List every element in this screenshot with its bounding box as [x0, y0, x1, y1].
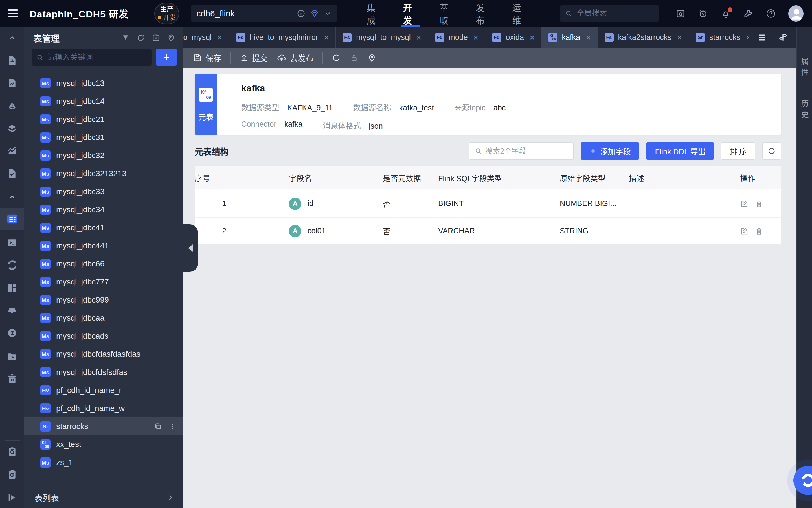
- add-table-button[interactable]: [156, 49, 177, 66]
- calendar-search-icon[interactable]: [675, 8, 686, 18]
- close-icon[interactable]: ×: [530, 33, 535, 42]
- info-icon[interactable]: [297, 9, 305, 18]
- close-icon[interactable]: ×: [473, 33, 479, 42]
- delete-icon[interactable]: [755, 227, 763, 236]
- list-icon[interactable]: [758, 33, 768, 43]
- table-list-item[interactable]: Ms mysql_jdbcaa: [24, 309, 183, 327]
- editor-tab[interactable]: Fd oxida ×: [485, 27, 541, 48]
- editor-tab[interactable]: Fs kafka2starrocks ×: [598, 27, 689, 48]
- table-list-item[interactable]: Ms mysql_jdbc777: [24, 273, 183, 291]
- expand-panel-icon[interactable]: [0, 487, 24, 508]
- close-icon[interactable]: ×: [217, 33, 222, 42]
- table-list-item[interactable]: Ms mysql_jdbcfdasfdasfdas: [24, 345, 183, 363]
- alarm-icon[interactable]: [698, 8, 708, 18]
- copy-icon[interactable]: [154, 422, 162, 430]
- signpost-icon[interactable]: [778, 33, 788, 43]
- table-list-footer[interactable]: 表列表: [24, 486, 183, 508]
- top-nav-item[interactable]: 发布: [476, 0, 491, 27]
- terminal-icon[interactable]: [6, 237, 18, 249]
- table-list-item[interactable]: Ms mysql_jdbcads: [24, 327, 183, 345]
- kebab-icon[interactable]: [169, 422, 177, 430]
- close-icon[interactable]: ×: [746, 33, 749, 42]
- refresh-icon[interactable]: [332, 53, 341, 62]
- table-list-item[interactable]: Ms mysql_jdbc33: [24, 182, 183, 201]
- folder-clock-icon[interactable]: [6, 350, 18, 363]
- table-list-item[interactable]: Ms mysql_jdbc13: [24, 74, 183, 92]
- doc-branch-icon[interactable]: [6, 54, 18, 67]
- editor-tab[interactable]: to_mysql ×: [183, 27, 229, 48]
- table-list-item[interactable]: Ms mysql_jdbc441: [24, 237, 183, 255]
- sync-icon[interactable]: [6, 259, 18, 271]
- field-search-input[interactable]: [485, 147, 568, 156]
- close-icon[interactable]: ×: [324, 33, 329, 42]
- sort-button[interactable]: 排 序: [721, 142, 755, 160]
- global-search[interactable]: [560, 5, 659, 22]
- tray-icon[interactable]: [6, 304, 18, 316]
- delete-icon[interactable]: [755, 200, 763, 208]
- global-search-input[interactable]: [576, 9, 654, 18]
- rail-item-table-management[interactable]: [0, 208, 24, 230]
- avatar[interactable]: [788, 5, 804, 22]
- right-panel-tab[interactable]: 历史: [799, 100, 810, 122]
- filter-icon[interactable]: [121, 34, 130, 42]
- gem-icon[interactable]: [310, 9, 319, 18]
- trash-icon[interactable]: [6, 373, 18, 385]
- add-folder-icon[interactable]: [152, 34, 160, 42]
- top-nav-item[interactable]: 萃取: [440, 0, 455, 27]
- chevron-up-icon[interactable]: [6, 191, 18, 203]
- close-icon[interactable]: ×: [586, 33, 591, 42]
- editor-tab[interactable]: Fd mode ×: [428, 27, 485, 48]
- sidebar-search[interactable]: [32, 49, 151, 66]
- editor-tab[interactable]: Fs mysql_to_mysql ×: [336, 27, 428, 48]
- table-list-item[interactable]: Ms mysql_jdbc999: [24, 291, 183, 309]
- editor-tab[interactable]: Kf09 kafka ×: [541, 27, 597, 48]
- close-icon[interactable]: ×: [677, 33, 682, 42]
- publish-button[interactable]: 去发布: [277, 52, 313, 64]
- table-list-item[interactable]: Ms mysql_jdbc31: [24, 128, 183, 146]
- table-list-item[interactable]: Ms mysql_jdbc3213213: [24, 165, 183, 182]
- wrench-icon[interactable]: [743, 8, 753, 18]
- table-list-item[interactable]: Sr starrocks: [24, 417, 183, 435]
- table-list-item[interactable]: Ms zs_1: [24, 454, 183, 472]
- help-icon[interactable]: [766, 8, 776, 18]
- top-nav-item[interactable]: 开发: [403, 0, 418, 27]
- refresh-icon[interactable]: [137, 34, 145, 42]
- table-list-item[interactable]: Ms mysql_jdbc66: [24, 255, 183, 273]
- doc-chart-icon[interactable]: [6, 77, 18, 89]
- table-list-item[interactable]: Ms mysql_jdbc32: [24, 146, 183, 165]
- location-pin-icon[interactable]: [167, 34, 176, 42]
- doc-check-icon[interactable]: [6, 167, 18, 180]
- clipboard-search-icon[interactable]: [6, 446, 18, 458]
- add-field-button[interactable]: 添加字段: [581, 142, 639, 160]
- edit-icon[interactable]: [740, 200, 749, 208]
- env-toggle[interactable]: 生产 开发: [154, 3, 179, 24]
- table-list-item[interactable]: Ms mysql_jdbc21: [24, 110, 183, 128]
- collapse-left-icon[interactable]: [183, 224, 198, 272]
- lock-icon[interactable]: [350, 54, 358, 62]
- flink-ddl-export-button[interactable]: Flink DDL 导出: [646, 142, 714, 160]
- hamburger-icon[interactable]: [8, 7, 18, 19]
- table-list-item[interactable]: Kf09 xx_test: [24, 435, 183, 454]
- chevron-down-icon[interactable]: [324, 10, 332, 17]
- table-list-item[interactable]: Ms mysql_jdbc34: [24, 201, 183, 219]
- table-list-item[interactable]: Hv pf_cdh_id_name_w: [24, 399, 183, 417]
- layers-icon[interactable]: [6, 122, 18, 135]
- sigma-icon[interactable]: [6, 327, 18, 339]
- top-nav-item[interactable]: 集成: [367, 0, 382, 27]
- mountain-chart-icon[interactable]: [6, 145, 18, 157]
- bell-icon[interactable]: [721, 8, 731, 18]
- close-icon[interactable]: ×: [416, 33, 421, 42]
- top-nav-item[interactable]: 运维: [512, 0, 527, 27]
- clipboard-clock-icon[interactable]: [6, 468, 18, 481]
- sidebar-search-input[interactable]: [47, 53, 147, 62]
- editor-tab[interactable]: Fs hive_to_mysqlmirror ×: [229, 27, 336, 48]
- edit-icon[interactable]: [740, 227, 749, 236]
- table-list-item[interactable]: Ms mysql_jdbc41: [24, 219, 183, 237]
- field-search[interactable]: [469, 142, 574, 160]
- table-list-item[interactable]: Ms mysql_jdbc14: [24, 92, 183, 110]
- pyramid-icon[interactable]: [6, 100, 18, 112]
- chevron-up-icon[interactable]: [6, 32, 18, 44]
- refresh-icon[interactable]: [762, 142, 781, 160]
- table-list-item[interactable]: Ms mysql_jdbcfdsfsdfas: [24, 363, 183, 381]
- editor-tab[interactable]: Sr starrocks ×: [689, 27, 749, 48]
